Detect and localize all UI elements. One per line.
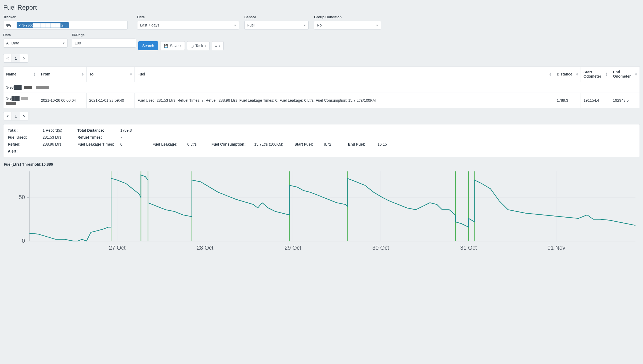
chevron-down-icon: ▾ <box>376 23 378 27</box>
summary-fl-label: Fuel Leakage: <box>152 142 185 146</box>
save-button[interactable]: 💾 Save ▾ <box>160 41 185 50</box>
summary-td-value: 1789.3 <box>120 128 150 132</box>
svg-text:0: 0 <box>22 238 25 244</box>
summary-ef-value: 16.15 <box>377 142 399 146</box>
cell-distance: 1789.3 <box>554 93 581 108</box>
idpage-input[interactable]: 100 <box>72 39 136 48</box>
summary-flt-value: 0 <box>120 142 150 146</box>
chevron-down-icon: ▾ <box>180 44 181 47</box>
cell-from: 2021-10-26 00:00:04 <box>38 93 87 108</box>
svg-point-2 <box>7 26 8 27</box>
summary-fc-label: Fuel Consumption: <box>211 142 252 146</box>
cell-start-odo: 191154.4 <box>581 93 610 108</box>
tracker-tag-text: 3-9366███████████ 2… <box>23 23 67 27</box>
data-label: Data <box>3 33 68 37</box>
summary-sf-value: 8.72 <box>324 142 345 146</box>
col-from[interactable]: From▲▼ <box>38 67 87 82</box>
pager-prev[interactable]: < <box>3 54 12 63</box>
summary-flt-label: Fuel Leakage Times: <box>77 142 118 146</box>
summary-total-value: 1 Record(s) <box>43 128 75 132</box>
pager-page[interactable]: 1 <box>12 112 20 120</box>
redacted-text <box>6 102 16 105</box>
table-group-name: 3-93███ <box>6 85 22 89</box>
sort-icon: ▲▼ <box>130 72 132 76</box>
cell-to: 2021-11-01 23:59:40 <box>87 93 135 108</box>
search-button[interactable]: Search <box>138 41 158 50</box>
sensor-label: Sensor <box>244 15 309 19</box>
sort-icon: ▲▼ <box>635 72 637 76</box>
table-group-row: 3-93███ <box>3 82 640 93</box>
svg-text:28 Oct: 28 Oct <box>197 245 213 251</box>
pager-prev[interactable]: < <box>3 112 12 120</box>
col-end-odo[interactable]: End Odometer▲▼ <box>610 67 640 82</box>
svg-rect-1 <box>10 25 11 26</box>
chart-title: Fuel(Ltrs) Threshold:10.886 <box>4 162 640 166</box>
fuel-chart: 05027 Oct28 Oct29 Oct30 Oct31 Oct01 Nov <box>3 167 640 254</box>
summary-sf-label: Start Fuel: <box>294 142 321 146</box>
redacted-text <box>21 97 28 100</box>
chevron-down-icon: ▾ <box>234 23 236 27</box>
redacted-text <box>36 86 49 89</box>
col-distance[interactable]: Distance▲▼ <box>554 67 581 82</box>
sort-icon: ▲▼ <box>576 72 578 76</box>
col-name[interactable]: Name▲▼ <box>3 67 38 82</box>
summary-td-label: Total Distance: <box>77 128 118 132</box>
truck-icon <box>3 21 15 30</box>
svg-text:31 Oct: 31 Oct <box>460 245 477 251</box>
cell-end-odo: 192943.5 <box>610 93 640 108</box>
data-select[interactable]: All Data ▾ <box>3 39 68 48</box>
filter-bar-2: Data All Data ▾ ID/Page 100 Search 💾 Sav… <box>3 33 640 50</box>
svg-text:01 Nov: 01 Nov <box>547 245 565 251</box>
date-select[interactable]: Last 7 days ▾ <box>137 21 239 30</box>
filter-bar: Tracker × 3-9366███████████ 2… Date Last… <box>3 15 640 32</box>
tracker-input[interactable]: × 3-9366███████████ 2… <box>15 21 128 30</box>
chevron-down-icon: ▾ <box>205 44 206 47</box>
pager-bottom: < 1 > <box>3 112 640 120</box>
summary-ef-label: End Fuel: <box>348 142 375 146</box>
svg-text:30 Oct: 30 Oct <box>372 245 389 251</box>
group-select[interactable]: No ▾ <box>314 21 381 30</box>
redacted-text <box>24 86 32 89</box>
sensor-select[interactable]: Fuel ▾ <box>244 21 309 30</box>
clock-icon: ◷ <box>190 44 194 48</box>
summary-rt-label: Refuel Times: <box>77 135 118 139</box>
date-label: Date <box>137 15 239 19</box>
cell-name: 3-9███ <box>6 96 20 100</box>
summary-fu-label: Fuel Used: <box>8 135 40 139</box>
summary-rt-value: 7 <box>120 135 150 139</box>
sort-icon: ▲▼ <box>81 72 84 76</box>
sort-icon: ▲▼ <box>33 72 36 76</box>
sort-icon: ▲▼ <box>605 72 608 76</box>
tracker-label: Tracker <box>3 15 132 19</box>
summary-rf-value: 288.96 Ltrs <box>43 142 75 146</box>
pager-top: < 1 > <box>3 54 640 63</box>
svg-rect-0 <box>6 24 10 26</box>
summary-rf-label: Refuel: <box>8 142 40 146</box>
chevron-down-icon: ▾ <box>219 44 220 47</box>
idpage-label: ID/Page <box>72 33 136 37</box>
report-table: Name▲▼ From▲▼ To▲▼ Fuel▲▼ Distance▲▼ Sta… <box>3 66 640 108</box>
menu-icon: ≡ <box>215 44 217 48</box>
pager-next[interactable]: > <box>20 54 28 63</box>
task-button[interactable]: ◷ Task ▾ <box>187 41 210 50</box>
summary-fc-value: 15.7Ltrs (100KM) <box>254 142 292 146</box>
summary-fu-value: 281.53 Ltrs <box>43 135 75 139</box>
col-to[interactable]: To▲▼ <box>87 67 135 82</box>
col-start-odo[interactable]: Start Odometer▲▼ <box>581 67 610 82</box>
summary-fl-value: 0 Ltrs <box>187 142 209 146</box>
svg-text:29 Oct: 29 Oct <box>285 245 301 251</box>
summary-panel: Total: 1 Record(s) Total Distance: 1789.… <box>3 124 640 157</box>
pager-next[interactable]: > <box>20 112 28 120</box>
svg-text:27 Oct: 27 Oct <box>109 245 125 251</box>
col-fuel[interactable]: Fuel▲▼ <box>135 67 554 82</box>
summary-total-label: Total: <box>8 128 40 132</box>
more-menu-button[interactable]: ≡ ▾ <box>212 41 224 50</box>
summary-alert-label: Alert: <box>8 149 40 153</box>
group-label: Group Condition <box>314 15 381 19</box>
page-title: Fuel Report <box>3 4 640 11</box>
pager-page[interactable]: 1 <box>12 54 20 63</box>
chevron-down-icon: ▾ <box>304 23 306 27</box>
save-icon: 💾 <box>164 44 168 48</box>
tracker-tag[interactable]: × 3-9366███████████ 2… <box>17 22 69 28</box>
close-icon[interactable]: × <box>19 23 21 27</box>
